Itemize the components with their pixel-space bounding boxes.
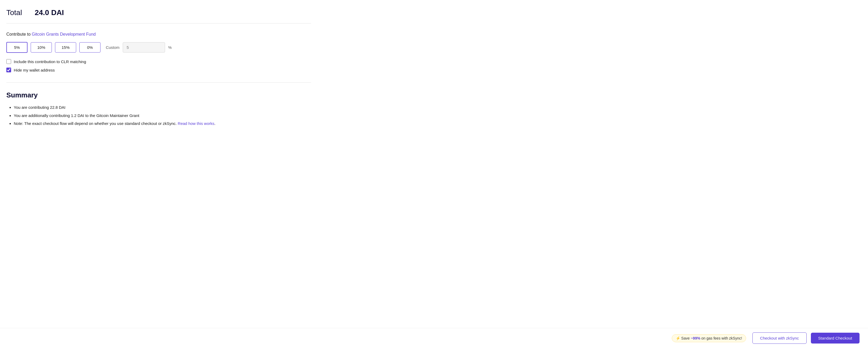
total-label: Total bbox=[6, 8, 22, 17]
summary-section: Summary You are contributing 22.8 DAI Yo… bbox=[6, 83, 311, 161]
custom-label: Custom bbox=[106, 45, 120, 49]
summary-item-3-after: . bbox=[214, 121, 215, 126]
summary-item-3-before: Note: The exact checkout flow will depen… bbox=[14, 121, 178, 126]
contribute-section: Contribute to Gitcoin Grants Development… bbox=[6, 24, 311, 83]
summary-item-2: You are additionally contributing 1.2 DA… bbox=[14, 113, 311, 119]
clr-matching-row: Include this contribution to CLR matchin… bbox=[6, 59, 311, 64]
summary-item-3: Note: The exact checkout flow will depen… bbox=[14, 121, 311, 127]
pct-btn-0[interactable]: 0% bbox=[79, 42, 100, 53]
hide-wallet-label[interactable]: Hide my wallet address bbox=[14, 68, 55, 72]
clr-matching-checkbox[interactable] bbox=[6, 59, 11, 64]
percent-sign: % bbox=[168, 45, 172, 49]
pct-btn-15[interactable]: 15% bbox=[55, 42, 76, 53]
pct-btn-10[interactable]: 10% bbox=[31, 42, 52, 53]
contribute-prefix: Contribute to bbox=[6, 32, 32, 36]
pct-btn-5[interactable]: 5% bbox=[6, 42, 28, 53]
total-section: Total 24.0 DAI bbox=[6, 0, 311, 24]
read-how-link[interactable]: Read how this works bbox=[178, 121, 214, 126]
hide-wallet-checkbox[interactable] bbox=[6, 68, 11, 72]
custom-percent-input[interactable] bbox=[123, 42, 165, 53]
contribute-text: Contribute to Gitcoin Grants Development… bbox=[6, 32, 311, 37]
summary-title: Summary bbox=[6, 91, 311, 99]
total-amount: 24.0 DAI bbox=[35, 8, 64, 17]
clr-matching-label[interactable]: Include this contribution to CLR matchin… bbox=[14, 60, 86, 64]
summary-item-1: You are contributing 22.8 DAI bbox=[14, 105, 311, 111]
gitcoin-grants-link[interactable]: Gitcoin Grants Development Fund bbox=[32, 32, 96, 36]
hide-wallet-row: Hide my wallet address bbox=[6, 68, 311, 72]
percentage-options: 5% 10% 15% 0% Custom % bbox=[6, 42, 311, 53]
summary-list: You are contributing 22.8 DAI You are ad… bbox=[6, 105, 311, 127]
